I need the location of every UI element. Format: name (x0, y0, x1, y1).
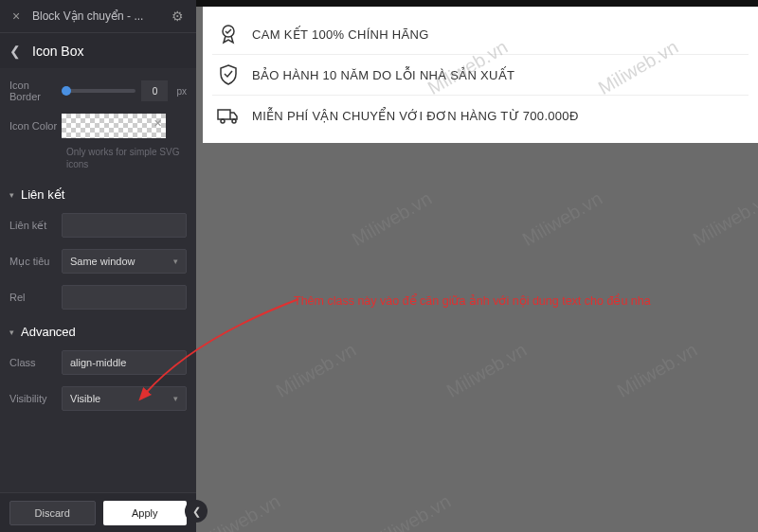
feature-row: MIỄN PHÍ VẬN CHUYỂN VỚI ĐƠN HÀNG TỪ 700.… (212, 96, 749, 135)
back-icon[interactable]: ❮ (9, 44, 27, 59)
apply-button[interactable]: Apply (103, 501, 188, 525)
class-label: Class (9, 357, 62, 368)
settings-sidebar: Icon Border 0 px Icon Color Only works f… (0, 68, 196, 492)
truck-icon (216, 103, 241, 128)
class-input[interactable]: align-middle (62, 350, 187, 375)
section-link[interactable]: ▾Liên kết (0, 178, 196, 207)
badge-icon (216, 22, 241, 46)
visibility-select[interactable]: Visible (62, 386, 187, 411)
collapse-sidebar-icon[interactable]: ❮ (185, 500, 208, 523)
preview-canvas: CAM KẾT 100% CHÍNH HÃNG BẢO HÀNH 10 NĂM … (196, 0, 758, 532)
gear-icon[interactable]: ⚙ (171, 9, 189, 24)
block-title: Block Vận chuyển - ... (25, 9, 171, 23)
link-label: Liên kết (9, 220, 62, 232)
rel-input[interactable] (62, 285, 187, 310)
svg-point-3 (232, 119, 236, 123)
section-advanced[interactable]: ▾Advanced (0, 315, 196, 345)
icon-border-slider[interactable] (62, 89, 135, 93)
icon-border-unit: px (173, 86, 187, 97)
icon-color-label: Icon Color (9, 120, 62, 132)
panel-title: Icon Box (27, 44, 83, 59)
annotation-text: Thêm class này vào để căn giữa ảnh với n… (294, 293, 651, 308)
svg-point-2 (221, 119, 225, 123)
icon-border-label: Icon Border (9, 80, 62, 102)
close-icon[interactable]: × (8, 9, 25, 24)
feature-text: MIỄN PHÍ VẬN CHUYỂN VỚI ĐƠN HÀNG TỪ 700.… (252, 109, 579, 123)
icon-color-swatch[interactable] (62, 114, 166, 138)
feature-text: BẢO HÀNH 10 NĂM DO LỖI NHÀ SẢN XUẤT (252, 68, 514, 82)
shield-icon (216, 62, 241, 87)
target-label: Mục tiêu (9, 256, 62, 268)
feature-row: CAM KẾT 100% CHÍNH HÃNG (212, 14, 749, 55)
feature-row: BẢO HÀNH 10 NĂM DO LỖI NHÀ SẢN XUẤT (212, 55, 749, 96)
rel-label: Rel (9, 292, 62, 303)
icon-border-value[interactable]: 0 (141, 80, 168, 101)
link-input[interactable] (62, 213, 187, 238)
icon-color-hint: Only works for simple SVG icons (0, 144, 196, 178)
target-select[interactable]: Same window (62, 249, 187, 274)
content-card: CAM KẾT 100% CHÍNH HÃNG BẢO HÀNH 10 NĂM … (203, 7, 758, 143)
feature-text: CAM KẾT 100% CHÍNH HÃNG (252, 27, 429, 42)
svg-rect-1 (218, 110, 230, 119)
visibility-label: Visibility (9, 393, 62, 404)
discard-button[interactable]: Discard (9, 501, 96, 525)
